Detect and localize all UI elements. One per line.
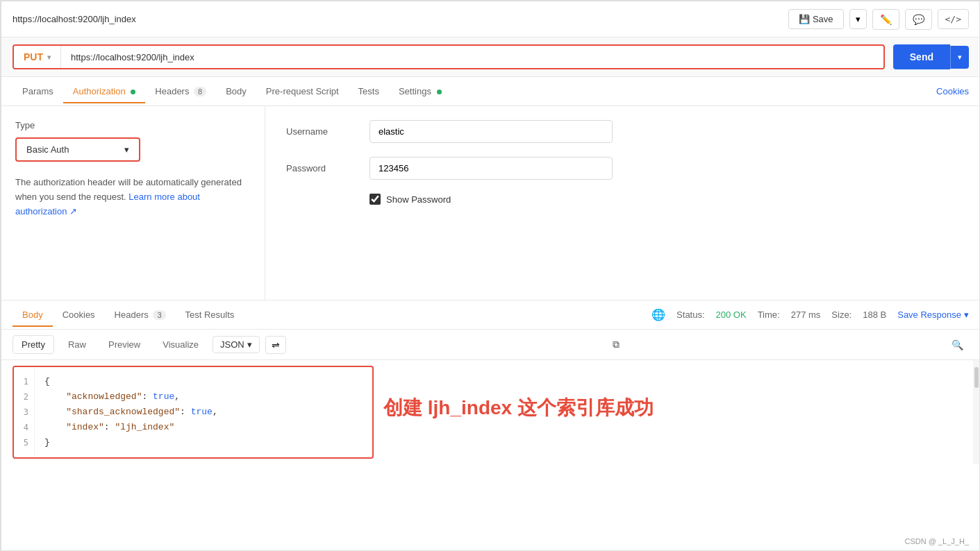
tab-tests-label: Tests bbox=[358, 86, 379, 96]
settings-dot bbox=[437, 90, 442, 94]
tab-params-label: Params bbox=[22, 86, 53, 96]
response-tab-cookies[interactable]: Cookies bbox=[53, 303, 105, 327]
title-actions: 💾 Save ▾ ✏️ 💬 </> bbox=[788, 9, 969, 30]
tab-authorization[interactable]: Authorization bbox=[63, 79, 146, 103]
wrap-icon: ⇌ bbox=[272, 339, 280, 350]
wrap-button[interactable]: ⇌ bbox=[265, 336, 286, 354]
visualize-view-button[interactable]: Visualize bbox=[154, 336, 207, 353]
send-button-group: Send ▾ bbox=[893, 44, 969, 69]
format-select[interactable]: JSON ▾ bbox=[213, 336, 260, 353]
preview-view-button[interactable]: Preview bbox=[100, 336, 149, 353]
annotation-text: 创建 ljh_index 这个索引库成功 bbox=[383, 395, 654, 421]
comment-button[interactable]: 💬 bbox=[905, 9, 932, 30]
password-row: Password bbox=[286, 157, 959, 180]
cookies-label: Cookies bbox=[936, 86, 969, 96]
code-line-2: "acknowledged": true, bbox=[44, 389, 363, 405]
code-button[interactable]: </> bbox=[938, 9, 969, 29]
password-input[interactable] bbox=[369, 157, 613, 180]
auth-right-panel: Username Password Show Password bbox=[265, 106, 980, 300]
response-body-label: Body bbox=[22, 310, 43, 320]
save-response-label: Save Response bbox=[897, 310, 961, 320]
code-line-1: { bbox=[44, 374, 363, 389]
tab-settings-label: Settings bbox=[399, 86, 431, 96]
tab-tests[interactable]: Tests bbox=[349, 79, 389, 103]
save-dropdown-button[interactable]: ▾ bbox=[849, 9, 867, 29]
response-tab-body[interactable]: Body bbox=[13, 303, 53, 327]
watermark: CSDN @ _L_J_H_ bbox=[905, 537, 969, 545]
username-label: Username bbox=[286, 126, 369, 137]
response-headers-badge: 3 bbox=[153, 310, 165, 320]
pretty-view-button[interactable]: Pretty bbox=[13, 335, 54, 354]
save-button[interactable]: 💾 Save bbox=[788, 9, 844, 29]
code-icon: </> bbox=[945, 14, 961, 24]
show-password-checkbox[interactable] bbox=[369, 194, 381, 205]
username-row: Username bbox=[286, 120, 959, 143]
code-line-5: } bbox=[44, 435, 363, 450]
method-label: PUT bbox=[24, 51, 43, 62]
size-label: Size: bbox=[831, 310, 852, 320]
auth-description: The authorization header will be automat… bbox=[15, 176, 251, 219]
tab-body-label: Body bbox=[226, 86, 247, 96]
username-input[interactable] bbox=[369, 120, 613, 143]
cookies-tab[interactable]: Cookies bbox=[936, 86, 969, 96]
type-chevron-icon: ▾ bbox=[124, 144, 129, 155]
tab-headers-label: Headers bbox=[155, 86, 189, 96]
status-label: Status: bbox=[676, 310, 704, 320]
search-icon: 🔍 bbox=[952, 339, 963, 350]
request-bar: PUT ▾ Send ▾ bbox=[1, 37, 980, 77]
send-dropdown-button[interactable]: ▾ bbox=[950, 46, 969, 69]
code-line-4: "index": "ljh_index" bbox=[44, 420, 363, 435]
edit-button[interactable]: ✏️ bbox=[872, 9, 899, 30]
line-num-4: 4 bbox=[19, 420, 28, 435]
response-test-results-label: Test Results bbox=[185, 310, 235, 320]
chevron-down-icon: ▾ bbox=[856, 14, 861, 24]
copy-button[interactable]: ⧉ bbox=[607, 336, 625, 353]
globe-icon: 🌐 bbox=[651, 308, 665, 321]
response-tab-test-results[interactable]: Test Results bbox=[176, 303, 244, 327]
time-label: Time: bbox=[758, 310, 780, 320]
comment-icon: 💬 bbox=[913, 14, 924, 25]
method-select[interactable]: PUT ▾ bbox=[14, 46, 61, 68]
time-value: 277 ms bbox=[791, 310, 821, 320]
save-response-chevron-icon: ▾ bbox=[964, 310, 969, 320]
url-input[interactable] bbox=[61, 46, 883, 68]
tab-params[interactable]: Params bbox=[13, 79, 63, 103]
auth-panel: Type Basic Auth ▾ The authorization head… bbox=[1, 106, 980, 300]
password-label: Password bbox=[286, 163, 369, 173]
headers-badge: 8 bbox=[194, 87, 206, 96]
response-toolbar: Pretty Raw Preview Visualize JSON ▾ ⇌ ⧉ … bbox=[1, 330, 980, 360]
tab-settings[interactable]: Settings bbox=[389, 79, 451, 103]
code-content: { "acknowledged": true, "shards_acknowle… bbox=[35, 367, 372, 457]
raw-view-button[interactable]: Raw bbox=[60, 336, 94, 353]
line-numbers: 1 2 3 4 5 bbox=[14, 367, 35, 457]
title-bar: https://localhost:9200/ljh_index 💾 Save … bbox=[1, 1, 980, 37]
line-num-5: 5 bbox=[19, 435, 28, 450]
scrollbar-thumb bbox=[974, 367, 979, 388]
format-chevron-icon: ▾ bbox=[247, 339, 252, 350]
response-area: Body Cookies Headers 3 Test Results 🌐 St… bbox=[1, 300, 980, 464]
copy-icon: ⧉ bbox=[613, 339, 620, 350]
response-tabs: Body Cookies Headers 3 Test Results 🌐 St… bbox=[1, 300, 980, 330]
format-label: JSON bbox=[220, 339, 244, 350]
response-tab-headers[interactable]: Headers 3 bbox=[105, 303, 176, 327]
save-icon: 💾 bbox=[799, 14, 810, 24]
type-select[interactable]: Basic Auth ▾ bbox=[15, 137, 140, 162]
search-button[interactable]: 🔍 bbox=[946, 337, 969, 353]
title-url: https://localhost:9200/ljh_index bbox=[13, 14, 136, 24]
scrollbar-track[interactable] bbox=[973, 360, 980, 464]
tab-authorization-label: Authorization bbox=[73, 86, 126, 96]
send-chevron-icon: ▾ bbox=[958, 53, 962, 61]
show-password-label: Show Password bbox=[386, 194, 451, 205]
tab-headers[interactable]: Headers 8 bbox=[145, 79, 216, 103]
request-box: PUT ▾ bbox=[13, 44, 885, 69]
authorization-dot bbox=[131, 90, 135, 94]
tab-body[interactable]: Body bbox=[216, 79, 256, 103]
type-label: Type bbox=[15, 120, 251, 130]
save-response-button[interactable]: Save Response ▾ bbox=[897, 310, 969, 320]
send-main-button[interactable]: Send bbox=[893, 44, 950, 69]
code-output-area: 1 2 3 4 5 { "acknowledged": true, "shard… bbox=[1, 360, 980, 464]
tab-pre-request-script[interactable]: Pre-request Script bbox=[256, 79, 349, 103]
show-password-row: Show Password bbox=[369, 194, 959, 205]
line-num-3: 3 bbox=[19, 405, 28, 420]
line-num-1: 1 bbox=[19, 374, 28, 389]
